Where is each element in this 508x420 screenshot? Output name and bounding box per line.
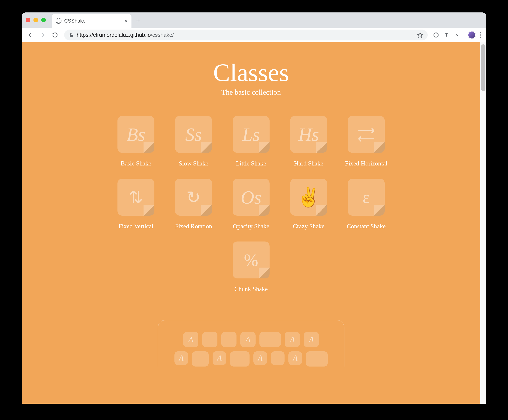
shake-tile[interactable]: Ss — [175, 116, 212, 153]
shake-tile[interactable]: % — [233, 242, 269, 279]
notion-icon — [454, 32, 460, 38]
shake-label: Fixed Rotation — [175, 223, 212, 230]
keyboard-key[interactable]: A — [288, 351, 302, 365]
reload-button[interactable] — [50, 30, 60, 40]
shake-card: ⟶⟵Fixed Horizontal — [338, 116, 394, 167]
keyboard-row-2: AAAA — [170, 351, 332, 367]
shake-tile[interactable]: ⟶⟵ — [348, 116, 385, 153]
keyboard-key[interactable]: A — [285, 332, 300, 347]
close-tab-icon[interactable]: × — [124, 17, 127, 24]
shake-card: HsHard Shake — [280, 116, 337, 167]
maximize-window-button[interactable] — [41, 18, 46, 22]
keyboard-key[interactable]: A — [213, 351, 226, 365]
shake-tile[interactable]: ↻ — [175, 179, 212, 216]
window-controls — [26, 18, 46, 22]
shake-card: OsOpacity Shake — [223, 179, 279, 230]
address-bar[interactable]: https://elrumordelaluz.github.io/csshake… — [64, 29, 428, 40]
tile-fold-icon — [143, 142, 154, 153]
shake-card: ✌️Crazy Shake — [280, 179, 337, 230]
forward-button[interactable] — [37, 30, 48, 40]
shake-label: Basic Shake — [120, 160, 151, 167]
toolbar-divider — [465, 31, 465, 38]
tile-fold-icon — [259, 142, 269, 153]
tile-fold-icon — [316, 205, 327, 216]
tab-strip: CSShake × + — [22, 12, 486, 28]
tile-fold-icon — [316, 142, 327, 153]
close-window-button[interactable] — [26, 18, 30, 22]
shake-card: BsBasic Shake — [108, 116, 164, 167]
shake-tile[interactable]: Os — [233, 179, 269, 216]
minimize-window-button[interactable] — [33, 18, 38, 22]
tile-glyph: Os — [241, 186, 261, 208]
keyboard-key[interactable]: A — [174, 351, 188, 365]
shake-label: Constant Shake — [347, 223, 386, 230]
reload-icon — [52, 32, 58, 38]
lock-icon — [69, 33, 74, 37]
new-tab-button[interactable]: + — [136, 16, 140, 24]
shake-card: εConstant Shake — [338, 179, 394, 230]
svg-point-2 — [436, 33, 436, 34]
profile-avatar[interactable] — [468, 31, 476, 39]
notion-extension-button[interactable] — [453, 30, 462, 39]
shake-label: Hard Shake — [294, 160, 323, 167]
keyboard-key[interactable] — [192, 351, 209, 367]
shake-label: Little Shake — [236, 160, 266, 167]
keyboard-key[interactable]: A — [240, 332, 255, 347]
tab-title: CSShake — [64, 18, 121, 24]
info-button[interactable] — [432, 30, 441, 39]
keyboard-demo: AAAA AAAA — [158, 320, 344, 367]
shake-card: ↻Fixed Rotation — [165, 179, 222, 230]
tile-glyph: ε — [363, 187, 370, 207]
tile-fold-icon — [143, 205, 154, 216]
keyboard-key[interactable] — [260, 332, 281, 347]
tile-fold-icon — [374, 142, 385, 153]
keyboard-key[interactable] — [202, 332, 217, 347]
tile-fold-icon — [201, 142, 212, 153]
bookmark-star-icon[interactable] — [417, 32, 423, 38]
shake-grid: BsBasic ShakeSsSlow ShakeLsLittle ShakeH… — [22, 116, 480, 293]
keyboard-key[interactable]: A — [304, 332, 319, 347]
shake-tile[interactable]: Hs — [290, 116, 327, 153]
content-area: Classes The basic collection BsBasic Sha… — [22, 42, 486, 404]
back-button[interactable] — [25, 30, 35, 40]
shake-tile[interactable]: Ls — [233, 116, 269, 153]
tile-glyph: Bs — [127, 124, 145, 145]
keyboard-key[interactable]: A — [254, 351, 267, 365]
shake-label: Opacity Shake — [233, 223, 269, 230]
browser-menu-button[interactable] — [477, 32, 483, 38]
tile-fold-icon — [201, 205, 212, 216]
scrollbar-track[interactable] — [480, 42, 486, 404]
shake-label: Slow Shake — [179, 160, 208, 167]
shake-card: %Chunk Shake — [223, 242, 279, 293]
keyboard-key[interactable] — [271, 351, 284, 365]
scrollbar-thumb[interactable] — [481, 44, 486, 91]
tile-fold-icon — [259, 268, 269, 279]
shake-label: Chunk Shake — [234, 286, 268, 293]
shake-tile[interactable]: ✌️ — [290, 179, 327, 216]
shake-tile[interactable]: ⇅ — [118, 179, 154, 216]
tile-glyph: ⇅ — [129, 187, 143, 207]
page-title: Classes — [22, 60, 480, 85]
tile-glyph: Ss — [185, 124, 202, 145]
url-text: https://elrumordelaluz.github.io/csshake… — [77, 32, 174, 38]
page-header: Classes The basic collection — [22, 60, 480, 96]
toolbar-extensions — [432, 30, 483, 39]
keyboard-key[interactable] — [306, 351, 328, 367]
browser-tab[interactable]: CSShake × — [52, 14, 131, 28]
shake-tile[interactable]: Bs — [118, 116, 154, 153]
tile-fold-icon — [374, 205, 385, 216]
keyboard-key[interactable]: A — [183, 332, 198, 347]
shake-card: ⇅Fixed Vertical — [108, 179, 164, 230]
shake-label: Crazy Shake — [293, 223, 325, 230]
tile-glyph: ⟶⟵ — [358, 126, 375, 143]
info-icon — [433, 32, 439, 38]
tile-glyph: ↻ — [186, 187, 201, 207]
tile-fold-icon — [259, 205, 269, 216]
buffer-extension-button[interactable] — [442, 30, 451, 39]
tile-glyph: Hs — [298, 124, 319, 145]
page: Classes The basic collection BsBasic Sha… — [22, 42, 480, 404]
tile-glyph: Ls — [242, 124, 260, 145]
shake-tile[interactable]: ε — [348, 179, 385, 216]
keyboard-key[interactable] — [221, 332, 237, 347]
keyboard-key[interactable] — [230, 351, 250, 367]
